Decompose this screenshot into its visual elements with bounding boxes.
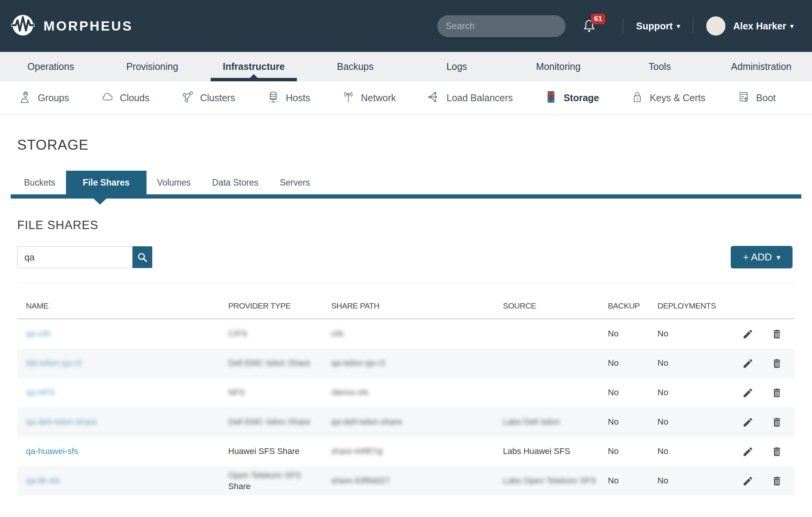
file-shares-table: NAME PROVIDER TYPE SHARE PATH SOURCE BAC…: [17, 293, 795, 496]
main-nav: Operations Provisioning Infrastructure B…: [0, 52, 812, 81]
global-search[interactable]: [437, 15, 566, 37]
backup-cell: No: [608, 446, 657, 456]
page-title: STORAGE: [17, 137, 795, 153]
section-title: FILE SHARES: [17, 218, 795, 232]
edit-pencil-icon[interactable]: [742, 446, 754, 457]
active-tab-bar: [11, 194, 801, 199]
share-path-cell: /demo-nfs: [331, 388, 503, 397]
share-path-cell: qa-dell-isilon-share: [331, 417, 503, 427]
share-name-link[interactable]: qa-NFS: [26, 388, 228, 397]
provider-type-cell: Huawei SFS Share: [228, 446, 331, 456]
delete-trash-icon[interactable]: [771, 446, 783, 457]
share-path-cell: share-93f8dd27: [331, 476, 503, 486]
deployments-cell: No: [657, 476, 724, 486]
table-row: qa-NFS NFS /demo-nfs No No: [17, 378, 795, 407]
storage-page: STORAGE Buckets File Shares Volumes Data…: [0, 137, 812, 496]
subnav-label: Groups: [38, 92, 69, 103]
nav-operations[interactable]: Operations: [0, 52, 102, 81]
subnav-storage[interactable]: Storage: [544, 90, 599, 106]
nav-infrastructure[interactable]: Infrastructure: [203, 52, 304, 81]
share-name-link[interactable]: qa-huawei-sfs: [26, 446, 228, 456]
subnav-load-balancers[interactable]: Load Balancers: [427, 90, 513, 106]
nav-backups[interactable]: Backups: [304, 52, 406, 81]
file-shares-search-button[interactable]: [132, 246, 152, 268]
tab-file-shares[interactable]: File Shares: [66, 171, 147, 194]
user-menu[interactable]: Alex Harker ▾: [706, 16, 794, 36]
tab-data-stores[interactable]: Data Stores: [201, 171, 269, 194]
branch-arrows-icon: [427, 90, 441, 106]
subnav-groups[interactable]: Groups: [18, 90, 69, 106]
col-share-path: SHARE PATH: [331, 301, 503, 310]
add-button-label: + ADD: [743, 251, 772, 263]
search-icon: [137, 252, 148, 263]
divider: [17, 283, 795, 283]
nav-monitoring[interactable]: Monitoring: [508, 52, 609, 81]
delete-trash-icon[interactable]: [771, 328, 783, 340]
subnav-keys-certs[interactable]: Keys & Certs: [630, 90, 706, 106]
cluster-nodes-icon: [181, 90, 195, 106]
divider: [623, 18, 623, 34]
edit-pencil-icon[interactable]: [742, 417, 754, 428]
backup-cell: No: [608, 329, 657, 339]
deployments-cell: No: [657, 329, 724, 339]
table-row: qa-tlk-sfs Open Telekom SFSShare share-9…: [17, 466, 795, 496]
col-source: SOURCE: [503, 301, 608, 310]
global-search-input[interactable]: [446, 21, 564, 31]
user-name: Alex Harker: [733, 21, 786, 32]
cloud-icon: [100, 90, 114, 106]
subnav-label: Load Balancers: [446, 92, 513, 103]
deployments-cell: No: [657, 358, 724, 368]
share-name-link[interactable]: lab-isilon-qa-r3: [26, 358, 228, 368]
table-row: qa-cifs CIFS cifs No No: [17, 319, 795, 349]
edit-pencil-icon[interactable]: [742, 358, 754, 369]
table-header-row: NAME PROVIDER TYPE SHARE PATH SOURCE BAC…: [17, 293, 795, 319]
chevron-down-icon: ▾: [790, 22, 794, 31]
source-cell: Labs Open Telekom SFS: [503, 476, 608, 486]
deployments-cell: No: [657, 417, 724, 427]
share-name-link[interactable]: qa-dell-isilon-share: [26, 417, 228, 427]
subnav-clusters[interactable]: Clusters: [181, 90, 235, 106]
nav-administration[interactable]: Administration: [710, 52, 812, 81]
edit-pencil-icon[interactable]: [742, 387, 754, 399]
file-shares-table-body: qa-cifs CIFS cifs No No lab-isilon-qa-r3…: [17, 319, 795, 496]
support-menu[interactable]: Support ▾: [636, 21, 680, 32]
padlock-icon: [630, 90, 644, 106]
share-name-link[interactable]: qa-tlk-sfs: [26, 476, 228, 486]
delete-trash-icon[interactable]: [771, 358, 783, 369]
backup-cell: No: [608, 358, 657, 368]
notifications-button[interactable]: 61: [582, 18, 597, 34]
subnav-label: Storage: [564, 92, 599, 103]
row-actions: [724, 387, 795, 399]
tab-buckets[interactable]: Buckets: [17, 171, 66, 194]
subnav-network[interactable]: Network: [342, 90, 396, 106]
add-file-share-button[interactable]: + ADD ▾: [731, 246, 793, 268]
database-icon: [266, 90, 280, 106]
subnav-hosts[interactable]: Hosts: [266, 90, 310, 106]
delete-trash-icon[interactable]: [771, 417, 783, 428]
tab-volumes[interactable]: Volumes: [147, 171, 201, 194]
deployments-cell: No: [657, 446, 724, 456]
file-shares-search-input[interactable]: [17, 246, 132, 268]
share-name-link[interactable]: qa-cifs: [26, 329, 228, 339]
nav-tools[interactable]: Tools: [609, 52, 710, 81]
brand[interactable]: MORPHEUS: [11, 13, 133, 39]
avatar: [706, 16, 725, 36]
delete-trash-icon[interactable]: [771, 475, 783, 487]
nav-logs[interactable]: Logs: [406, 52, 508, 81]
chevron-down-icon: ▾: [777, 253, 780, 262]
brand-name: MORPHEUS: [44, 18, 133, 34]
tab-servers[interactable]: Servers: [269, 171, 321, 194]
divider: [693, 18, 693, 34]
chevron-down-icon: ▾: [677, 22, 680, 31]
server-boot-icon: [737, 90, 751, 106]
subnav-boot[interactable]: Boot: [737, 90, 776, 106]
edit-pencil-icon[interactable]: [742, 475, 754, 487]
backup-cell: No: [608, 417, 657, 427]
subnav-clouds[interactable]: Clouds: [100, 90, 150, 106]
subnav-label: Keys & Certs: [650, 92, 706, 103]
subnav-label: Network: [361, 92, 396, 103]
nav-provisioning[interactable]: Provisioning: [102, 52, 203, 81]
delete-trash-icon[interactable]: [771, 387, 783, 399]
backup-cell: No: [608, 476, 657, 486]
edit-pencil-icon[interactable]: [742, 328, 754, 340]
